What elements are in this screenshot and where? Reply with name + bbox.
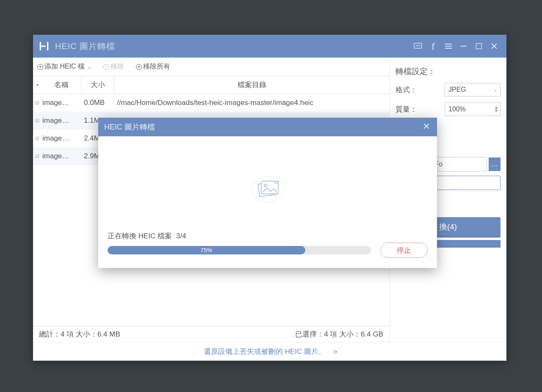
format-value: JPEG: [448, 86, 466, 94]
column-name[interactable]: 名稱: [41, 76, 81, 94]
quality-value: 100%: [448, 105, 466, 113]
progress-percent: 75%: [200, 247, 212, 254]
row-name: image…: [41, 116, 81, 125]
chevron-down-icon: ⌄: [87, 64, 91, 70]
feedback-icon[interactable]: [411, 39, 425, 53]
x-icon: ×: [136, 64, 142, 70]
row-checkbox[interactable]: ☑: [33, 100, 41, 106]
format-label: 格式：: [395, 85, 445, 95]
row-path: //mac/Home/Downloads/test-heic-images-ma…: [114, 99, 389, 107]
row-name: image…: [41, 134, 81, 143]
row-name: image…: [41, 152, 81, 160]
selected-status: 已選擇：4 項 大小：6.4 GB: [295, 329, 383, 339]
svg-rect-4: [476, 44, 482, 49]
dialog-title: HEIC 圖片轉檔: [104, 122, 155, 132]
quality-stepper[interactable]: 100% ▲▼: [445, 102, 501, 116]
add-label: 添加 HEIC 檔: [44, 62, 85, 71]
column-size[interactable]: 大小: [81, 76, 114, 94]
remove-all-button[interactable]: × 移除所有: [136, 62, 170, 71]
app-title: HEIC 圖片轉檔: [55, 41, 115, 52]
stop-label: 停止: [397, 246, 411, 255]
minus-icon: −: [103, 64, 109, 70]
arrow-right-icon: »: [333, 347, 336, 356]
plus-icon: +: [37, 64, 43, 70]
column-path[interactable]: 檔案目錄: [114, 76, 389, 94]
titlebar: HEIC 圖片轉檔 f: [33, 35, 506, 58]
remove-label: 移除: [111, 62, 124, 71]
row-checkbox[interactable]: ☑: [33, 118, 41, 124]
minimize-icon[interactable]: [456, 39, 471, 53]
footer-link[interactable]: 還原設備上丟失或被刪的 HEIC 圖片。 »: [33, 342, 506, 361]
format-select[interactable]: JPEG ⌄: [445, 83, 501, 97]
total-status: 總計：4 項 大小：6.4 MB: [39, 329, 120, 339]
quality-label: 質量：: [395, 105, 445, 114]
dialog-body: HEIC 正在轉換 HEIC 檔案 3/4 75% 停止: [98, 136, 437, 268]
svg-text:HEIC: HEIC: [274, 182, 279, 184]
progress-fill: 75%: [108, 246, 305, 254]
row-checkbox[interactable]: ☑: [33, 154, 41, 159]
row-name: image…: [41, 99, 81, 107]
dialog-close-icon[interactable]: [422, 121, 431, 133]
svg-point-1: [416, 45, 417, 46]
progress-count: 3/4: [176, 232, 186, 240]
menu-icon[interactable]: [441, 39, 456, 53]
svg-point-2: [418, 45, 418, 46]
progress-text: 正在轉換 HEIC 檔案: [108, 231, 172, 241]
add-heic-button[interactable]: + 添加 HEIC 檔 ⌄: [37, 62, 91, 71]
header-checkbox-col[interactable]: ▾: [33, 83, 41, 87]
footer-text: 還原設備上丟失或被刪的 HEIC 圖片。: [204, 347, 326, 356]
image-stack-icon: HEIC: [249, 174, 286, 206]
spinner-icon[interactable]: ▲▼: [494, 106, 498, 113]
chevron-down-icon: ⌄: [494, 87, 498, 93]
svg-point-3: [419, 45, 420, 46]
close-icon[interactable]: [487, 39, 501, 53]
dialog-titlebar: HEIC 圖片轉檔: [98, 118, 437, 136]
stop-button[interactable]: 停止: [380, 243, 428, 258]
progress-bar: 75%: [108, 246, 371, 254]
status-bar: 總計：4 項 大小：6.4 MB 已選擇：4 項 大小：6.4 GB: [33, 326, 389, 342]
maximize-icon[interactable]: [472, 39, 486, 53]
browse-button[interactable]: …: [489, 157, 501, 171]
row-checkbox[interactable]: ☑: [33, 136, 41, 141]
toolbar: + 添加 HEIC 檔 ⌄ − 移除 × 移除所有: [33, 58, 389, 76]
convert-label: 換(4): [439, 221, 457, 232]
table-row[interactable]: ☑ image… 0.0MB //mac/Home/Downloads/test…: [33, 94, 389, 112]
app-logo-icon: [38, 40, 50, 52]
progress-dialog: HEIC 圖片轉檔 HEIC 正在轉換 HEIC 檔案 3/4: [98, 118, 437, 268]
remove-button[interactable]: − 移除: [103, 62, 124, 71]
table-header: ▾ 名稱 大小 檔案目錄: [33, 76, 389, 94]
facebook-icon[interactable]: f: [426, 39, 440, 53]
row-size: 0.0MB: [81, 99, 114, 107]
settings-title: 轉檔設定：: [395, 66, 501, 77]
remove-all-label: 移除所有: [143, 62, 170, 71]
